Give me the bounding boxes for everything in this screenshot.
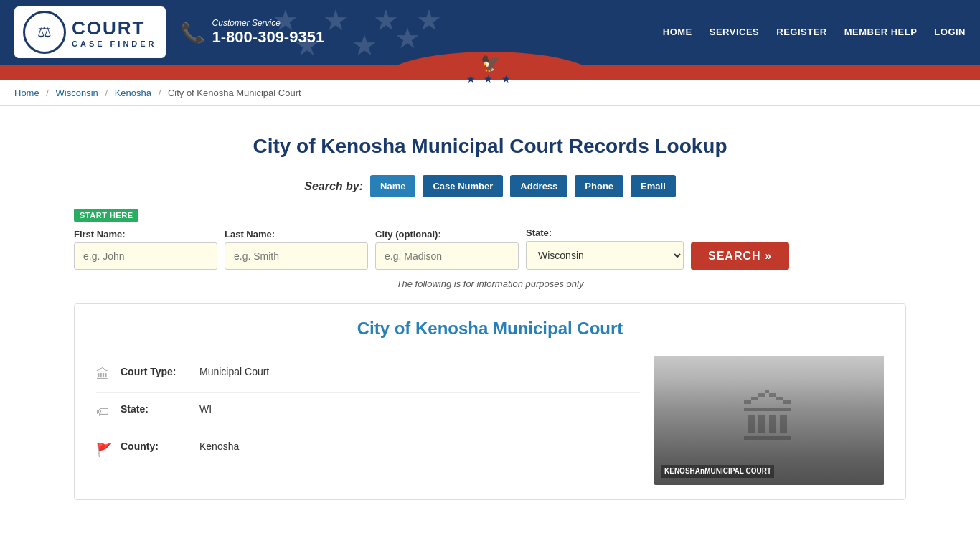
search-by-label: Search by: [304, 180, 363, 193]
main-content: City of Kenosha Municipal Court Records … [60, 106, 920, 514]
breadcrumb-current: City of Kenosha Municipal Court [168, 88, 301, 98]
tab-email[interactable]: Email [631, 175, 676, 197]
nav-home[interactable]: HOME [663, 27, 692, 39]
search-by-row: Search by: Name Case Number Address Phon… [74, 175, 906, 197]
eagle-banner: ★ ★ ★ 🦅 ★ ★ ★ [466, 43, 514, 85]
court-card: City of Kenosha Municipal Court 🏛 Court … [74, 303, 906, 500]
state-icon: 🏷 [96, 405, 113, 420]
tab-phone[interactable]: Phone [575, 175, 623, 197]
state-select[interactable]: Wisconsin Alabama Alaska Arizona [526, 241, 684, 270]
banner-curve: ★ ★ ★ 🦅 ★ ★ ★ [0, 65, 980, 80]
breadcrumb-home[interactable]: Home [14, 88, 39, 98]
city-group: City (optional): [375, 229, 519, 270]
page-title: City of Kenosha Municipal Court Records … [74, 135, 906, 158]
nav-member-help[interactable]: MEMBER HELP [844, 27, 918, 39]
logo-icon: ⚖ [23, 11, 66, 54]
phone-info: 📞 Customer Service 1-800-309-9351 [180, 18, 325, 47]
first-name-input[interactable] [74, 242, 217, 270]
last-name-input[interactable] [225, 242, 368, 270]
eagle-icon: 🦅 [481, 55, 500, 73]
logo-case-finder-label: CASE FINDER [72, 39, 157, 48]
court-type-value: Municipal Court [199, 366, 269, 377]
breadcrumb-wisconsin[interactable]: Wisconsin [56, 88, 98, 98]
logo-text: COURT CASE FINDER [72, 17, 157, 48]
state-label: State: [121, 403, 192, 415]
header-left: ⚖ COURT CASE FINDER 📞 Customer Service 1… [14, 6, 324, 58]
county-value: Kenosha [199, 441, 239, 452]
logo-court-label: COURT [72, 17, 157, 39]
courthouse-photo [654, 356, 884, 485]
county-label: County: [121, 441, 192, 452]
phone-number: 1-800-309-9351 [212, 28, 325, 47]
breadcrumb-kenosha[interactable]: Kenosha [115, 88, 151, 98]
court-card-title: City of Kenosha Municipal Court [96, 319, 884, 339]
last-name-label: Last Name: [225, 229, 368, 240]
city-label: City (optional): [375, 229, 519, 240]
site-logo[interactable]: ⚖ COURT CASE FINDER [14, 6, 166, 58]
nav-register[interactable]: REGISTER [776, 27, 826, 39]
state-value: WI [199, 403, 212, 415]
search-button[interactable]: SEARCH » [691, 242, 789, 270]
state-label: State: [526, 227, 684, 238]
first-name-group: First Name: [74, 229, 217, 270]
nav-services[interactable]: SERVICES [710, 27, 760, 39]
stars-right: ★ ★ ★ [466, 73, 514, 85]
county-icon: 🚩 [96, 442, 113, 458]
court-type-row: 🏛 Court Type: Municipal Court [96, 356, 640, 393]
city-input[interactable] [375, 242, 519, 270]
tab-case-number[interactable]: Case Number [423, 175, 503, 197]
nav-login[interactable]: LOGIN [934, 27, 966, 39]
main-nav: HOME SERVICES REGISTER MEMBER HELP LOGIN [663, 27, 966, 39]
first-name-label: First Name: [74, 229, 217, 240]
tab-name[interactable]: Name [370, 175, 415, 197]
state-row: 🏷 State: WI [96, 393, 640, 430]
county-row: 🚩 County: Kenosha [96, 430, 640, 468]
start-here-badge: START HERE [74, 209, 138, 222]
search-form-container: START HERE First Name: Last Name: City (… [74, 209, 906, 270]
court-type-icon: 🏛 [96, 367, 113, 382]
tab-address[interactable]: Address [510, 175, 567, 197]
search-form: First Name: Last Name: City (optional): … [74, 227, 906, 270]
last-name-group: Last Name: [225, 229, 368, 270]
court-type-label: Court Type: [121, 366, 192, 377]
stars-left: ★ ★ ★ [466, 43, 514, 55]
customer-service-label: Customer Service [212, 18, 325, 28]
state-group: State: Wisconsin Alabama Alaska Arizona [526, 227, 684, 270]
phone-details: Customer Service 1-800-309-9351 [212, 18, 325, 47]
court-details: 🏛 Court Type: Municipal Court 🏷 State: W… [96, 356, 640, 468]
phone-icon: 📞 [180, 21, 205, 44]
courthouse-image [654, 356, 884, 485]
info-note: The following is for information purpose… [74, 278, 906, 289]
court-card-body: 🏛 Court Type: Municipal Court 🏷 State: W… [96, 356, 884, 485]
